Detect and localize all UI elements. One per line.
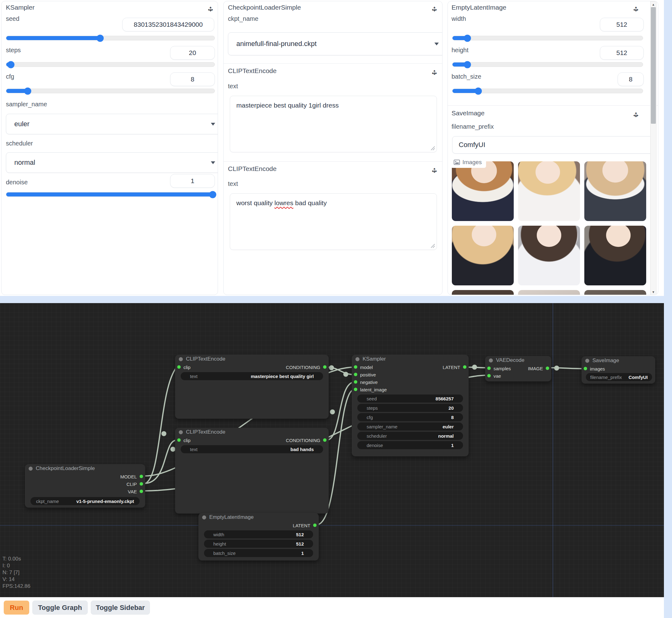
width-input[interactable]: 512	[600, 18, 644, 31]
generated-image-thumbnail[interactable]	[518, 226, 580, 285]
collapse-dot-icon[interactable]	[179, 357, 183, 361]
node-widget-batch-size[interactable]: batch_size1	[204, 549, 313, 557]
node-widget-filename-prefix[interactable]: filename_prefix ComfyUI	[586, 373, 652, 381]
output-port-icon[interactable]	[323, 365, 326, 369]
output-port-icon[interactable]	[463, 365, 466, 369]
height-input[interactable]: 512	[600, 46, 644, 60]
ckpt-name-value: animefull-final-pruned.ckpt	[236, 40, 316, 48]
node-title[interactable]: CLIPTextEncode	[175, 428, 329, 436]
node-widget-ckpt-name[interactable]: ckpt_name v1-5-pruned-emaonly.ckpt	[30, 497, 139, 505]
graph-node-clip-text-encode-positive[interactable]: CLIPTextEncode clip CONDITIONING text ma…	[175, 355, 329, 419]
graph-node-clip-text-encode-negative[interactable]: CLIPTextEncode clip CONDITIONING text ba…	[175, 428, 329, 514]
cfg-input[interactable]: 8	[170, 73, 215, 86]
widget-label: sampler_name	[367, 424, 397, 429]
collapse-dot-icon[interactable]	[585, 359, 589, 363]
denoise-input[interactable]: 1	[170, 174, 215, 188]
batch-size-slider[interactable]	[452, 89, 643, 93]
scroll-up-icon[interactable]: ▲	[651, 3, 656, 6]
move-icon[interactable]: ↔↕	[206, 4, 215, 13]
node-widget-sampler-name[interactable]: sampler_nameeuler	[357, 422, 463, 430]
panel-scrollbar[interactable]: ▲ ▼	[650, 1, 657, 295]
seed-input[interactable]: 8301352301843429000	[122, 18, 214, 31]
collapse-dot-icon[interactable]	[489, 358, 493, 363]
input-port-icon[interactable]	[487, 367, 491, 370]
graph-node-vae-decode[interactable]: VAEDecode samples IMAGE vae	[485, 356, 551, 382]
ckpt-name-select[interactable]: animefull-final-pruned.ckpt	[228, 32, 443, 55]
input-port-icon[interactable]	[177, 438, 181, 442]
node-title[interactable]: EmptyLatentImage	[198, 513, 319, 522]
seed-slider[interactable]	[6, 36, 215, 40]
output-port-icon[interactable]	[139, 482, 143, 486]
input-port-icon[interactable]	[354, 365, 357, 369]
cfg-slider[interactable]	[6, 89, 215, 93]
output-port-icon[interactable]	[546, 367, 549, 370]
input-port-icon[interactable]	[354, 380, 357, 384]
output-port-icon[interactable]	[139, 490, 143, 493]
input-port-icon[interactable]	[354, 388, 357, 391]
graph-node-save-image[interactable]: SaveImage images filename_prefix ComfyUI	[581, 356, 655, 384]
generated-image-thumbnail[interactable]	[518, 161, 580, 221]
toggle-graph-button[interactable]: Toggle Graph	[32, 601, 88, 615]
node-widget-text[interactable]: text bad hands	[181, 445, 323, 453]
generated-image-thumbnail[interactable]	[452, 226, 514, 285]
scrollbar-thumb[interactable]	[651, 7, 656, 124]
generated-image-thumbnail[interactable]	[584, 226, 646, 285]
node-widget-text[interactable]: text masterpiece best quality girl	[181, 372, 323, 380]
denoise-slider[interactable]	[6, 192, 215, 197]
generated-image-thumbnail[interactable]	[518, 290, 580, 295]
move-icon[interactable]: ↔↕	[430, 4, 439, 13]
move-icon[interactable]: ↔↕	[631, 109, 641, 119]
height-slider[interactable]	[452, 62, 643, 67]
graph-node-checkpoint-loader[interactable]: CheckpointLoaderSimple MODEL CLIP VAE ck…	[25, 464, 145, 508]
stat-fps: FPS:142.86	[2, 583, 30, 590]
node-graph-canvas[interactable]: CLIPTextEncode clip CONDITIONING text ma…	[0, 303, 664, 597]
steps-input[interactable]: 20	[170, 46, 215, 60]
collapse-dot-icon[interactable]	[29, 467, 33, 471]
collapse-dot-icon[interactable]	[179, 430, 183, 434]
node-title[interactable]: CheckpointLoaderSimple	[25, 464, 145, 473]
input-port-icon[interactable]	[354, 373, 357, 376]
scheduler-select[interactable]: normal	[6, 152, 218, 173]
resize-handle-icon[interactable]	[430, 146, 435, 150]
move-icon[interactable]: ↔↕	[631, 4, 641, 13]
width-slider[interactable]	[452, 36, 643, 40]
toggle-sidebar-button[interactable]: Toggle Sidebar	[91, 601, 150, 615]
collapse-dot-icon[interactable]	[202, 515, 206, 519]
graph-node-empty-latent[interactable]: EmptyLatentImage LATENT width512 height5…	[198, 513, 319, 560]
input-port-icon[interactable]	[487, 374, 491, 378]
run-button[interactable]: Run	[4, 601, 29, 615]
output-port-icon[interactable]	[139, 475, 143, 478]
generated-image-thumbnail[interactable]	[584, 290, 646, 295]
generated-image-thumbnail[interactable]	[452, 290, 514, 295]
steps-slider[interactable]	[6, 62, 215, 67]
graph-node-ksampler[interactable]: KSampler model LATENT positive negative …	[352, 355, 469, 456]
generated-image-thumbnail[interactable]	[584, 161, 646, 221]
collapse-dot-icon[interactable]	[356, 357, 360, 361]
move-icon[interactable]: ↔↕	[430, 165, 439, 174]
node-widget-seed[interactable]: seed8566257	[357, 395, 463, 403]
scroll-down-icon[interactable]: ▼	[651, 290, 656, 294]
node-title[interactable]: KSampler	[352, 355, 469, 364]
node-title[interactable]: CLIPTextEncode	[175, 355, 329, 364]
output-port-icon[interactable]	[313, 523, 316, 527]
move-icon[interactable]: ↔↕	[430, 67, 439, 77]
output-port-icon[interactable]	[323, 438, 326, 442]
node-widget-width[interactable]: width512	[204, 530, 313, 538]
positive-prompt-textarea[interactable]: masterpiece best quality 1girl dress	[230, 96, 437, 152]
resize-handle-icon[interactable]	[430, 243, 435, 248]
node-title[interactable]: VAEDecode	[485, 356, 551, 365]
node-widget-height[interactable]: height512	[204, 540, 313, 548]
node-title[interactable]: SaveImage	[581, 356, 655, 365]
input-port-icon[interactable]	[584, 367, 587, 370]
batch-size-input[interactable]: 8	[617, 73, 644, 86]
input-port-icon[interactable]	[177, 365, 181, 369]
node-widget-cfg[interactable]: cfg8	[357, 413, 463, 421]
images-chip-label: Images	[462, 159, 482, 166]
negative-prompt-textarea[interactable]: worst quality lowres bad quality	[230, 193, 437, 250]
node-widget-steps[interactable]: steps20	[357, 404, 463, 412]
node-widget-denoise[interactable]: denoise1	[357, 441, 463, 449]
sampler-name-select[interactable]: euler	[6, 114, 218, 134]
filename-prefix-input[interactable]: ComfyUI	[452, 136, 653, 153]
node-widget-scheduler[interactable]: schedulernormal	[357, 432, 463, 440]
generated-image-thumbnail[interactable]	[452, 161, 514, 221]
